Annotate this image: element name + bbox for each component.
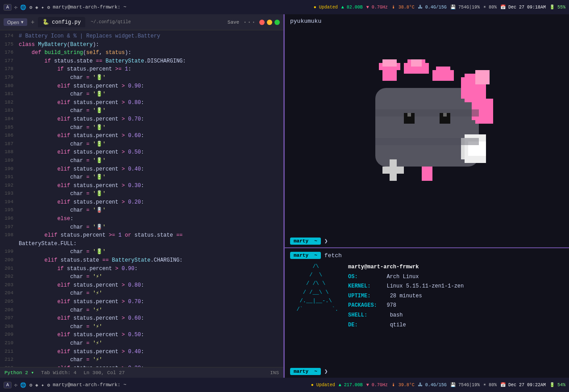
status-bright: ☀ 80%	[483, 4, 497, 10]
status-datetime: 📅 Dec 27 09:18AM	[500, 4, 546, 10]
editor-status-bar: Python 2 ▾ Tab Width: 4 Ln 300, Col 27 I…	[0, 367, 283, 378]
open-dropdown-icon: ▾	[21, 19, 24, 25]
terminal-bottom-prompt: marty ~ fetch	[285, 248, 569, 261]
svg-rect-25	[443, 113, 447, 117]
terminal-top-prompt: marty ~ ❯	[285, 235, 569, 247]
editor-code-area[interactable]: 174 # Battery Icon & % | Replaces widget…	[0, 30, 283, 367]
fetch-kernel-row: KERNEL: Linux 5.15.11-zen1-1-zen	[348, 282, 464, 292]
fetch-hostname-row: marty@mart-arch-frmwrk	[348, 263, 464, 272]
table-row: 186 elif status.percent > 0.60:	[0, 132, 283, 140]
bottom-status-mem: 🖧 0.4G/15G	[418, 382, 447, 388]
table-row: 204 char = '⚡'	[0, 289, 283, 298]
fetch-output: /\ / \ / /\ \ / /__\ \ /.__|__-.\ /` `. …	[285, 261, 569, 332]
status-tab-width: Tab Width: 4	[41, 370, 76, 375]
table-row: 184 elif status.percent > 0.70:	[0, 115, 283, 124]
top-bar-left: A ☩ 🌐 ⚙ ◈ ✦ ⚙ marty@mart-arch-frmwrk: ~	[4, 4, 126, 11]
tab-icon: 🐍	[42, 19, 49, 25]
pyukumuku-sprite	[347, 59, 507, 202]
terminal-bottom: marty ~ fetch /\ / \ / /\ \ / /__\ \ /._…	[285, 248, 569, 378]
main-content: Open ▾ + 🐍 config.py ~/.config/qtile Sav…	[0, 14, 569, 378]
top-bar-icons: ☩ 🌐 ⚙ ◈ ✦ ⚙	[14, 4, 50, 10]
table-row: 188 elif status.percent > 0.50:	[0, 148, 283, 157]
table-row: 194 elif status.percent > 0.20:	[0, 198, 283, 207]
bottom-status-datetime: 📅 Dec 27 09:22AM	[500, 382, 546, 388]
table-row: 176 def build_string(self, status):	[0, 49, 283, 57]
table-row: 187 char = '🔋'	[0, 140, 283, 149]
bottom-status-updated: ● Updated	[311, 383, 335, 388]
table-row: 180 elif status.percent > 0.90:	[0, 82, 283, 91]
table-row: 203 elif status.percent > 0.80:	[0, 281, 283, 290]
fetch-packages-row: PACKAGES: 978	[348, 301, 464, 311]
prompt-user-badge-top: marty ~	[290, 238, 321, 245]
terminal-final-prompt: marty ~ ❯	[285, 365, 569, 378]
table-row: 177 if status.state == BatteryState.DISC…	[0, 57, 283, 66]
fetch-command: fetch	[324, 252, 342, 259]
svg-rect-3	[382, 59, 397, 67]
table-row: 178 if status.percent >= 1:	[0, 65, 283, 74]
table-row: 209 elif status.percent > 0.50:	[0, 331, 283, 339]
status-net-down: ▼ 0.7GHz	[366, 5, 388, 10]
arch-linux-art: /\ / \ / /\ \ / /__\ \ /.__|__-.\ /` `.	[290, 263, 339, 330]
svg-rect-6	[411, 59, 422, 67]
top-bar-right: ● Updated ▲ 82.00B ▼ 0.7GHz 🌡 38.8°C 🖧 0…	[314, 4, 565, 10]
tab-label: config.py	[52, 19, 81, 25]
status-mem: 🖧 0.4G/15G	[418, 4, 447, 10]
table-row: 193 char = '🔋'	[0, 190, 283, 198]
table-row: 197 char = '🪫'	[0, 223, 283, 232]
table-row: 179 char = '🔋'	[0, 74, 283, 82]
table-row: 191 char = '🔋'	[0, 173, 283, 182]
table-row: 205 elif status.percent > 0.70:	[0, 298, 283, 306]
prompt-cursor-final: ❯	[324, 368, 328, 375]
table-row: 189 char = '🔋'	[0, 157, 283, 165]
bottom-bar-icons: ☩ 🌐 ⚙ ◈ ✦ ⚙	[14, 382, 50, 388]
editor-breadcrumb: ~/.config/qtile	[89, 20, 133, 25]
editor-toolbar: Save ···	[228, 18, 280, 26]
status-net-up: ▲ 82.00B	[341, 5, 363, 10]
table-row: BatteryState.FULL:	[0, 240, 283, 248]
pyukumuku-display	[285, 26, 569, 235]
editor-panel: Open ▾ + 🐍 config.py ~/.config/qtile Sav…	[0, 14, 283, 378]
bottom-status-temp: 🌡 39.8°C	[391, 382, 415, 388]
status-updated: ● Updated	[314, 5, 338, 10]
right-panel: pyukumuku	[285, 14, 569, 378]
svg-rect-19	[422, 167, 432, 181]
bottom-status-bright: ☀ 80%	[483, 382, 497, 388]
minimize-window-button[interactable]	[267, 20, 272, 25]
status-position: Ln 300, Col 27	[83, 370, 125, 375]
table-row: 190 elif status.percent > 0.40:	[0, 165, 283, 174]
svg-rect-24	[407, 113, 411, 117]
close-window-button[interactable]	[259, 20, 265, 25]
table-row: 211 elif status.percent > 0.40:	[0, 348, 283, 356]
table-row: 202 char = '⚡'	[0, 273, 283, 281]
table-row: 192 elif status.percent > 0.30:	[0, 182, 283, 190]
open-label: Open	[7, 20, 19, 25]
bottom-bar-left: A ☩ 🌐 ⚙ ◈ ✦ ⚙ marty@mart-arch-frmwrk: ~	[4, 382, 126, 388]
bottom-bar-right: ● Updated ▲ 217.00B ▼ 0.7GHz 🌡 39.8°C 🖧 …	[311, 382, 565, 388]
svg-rect-11	[475, 70, 490, 84]
terminal-top-title: pyukumuku	[285, 14, 569, 26]
bottom-status-battery: 🔋 54%	[549, 382, 565, 388]
editor-tab-config[interactable]: 🐍 config.py	[38, 17, 85, 27]
open-button[interactable]: Open ▾	[4, 18, 27, 26]
more-button[interactable]: ···	[243, 18, 256, 26]
status-disk: 💾 754G|19%	[450, 4, 480, 10]
new-tab-button[interactable]: +	[31, 19, 34, 26]
table-row: 183 char = '🔋'	[0, 107, 283, 115]
top-bar-hostname: marty@mart-arch-frmwrk: ~	[53, 4, 126, 10]
maximize-window-button[interactable]	[274, 20, 280, 25]
prompt-user-badge-bottom: marty ~	[290, 252, 321, 259]
table-row: 175 class MyBattery(Battery):	[0, 41, 283, 49]
svg-rect-20	[375, 109, 479, 117]
fetch-de-row: DE: qtile	[348, 321, 464, 330]
bottom-status-disk: 💾 754G|19%	[450, 382, 480, 388]
bottom-bar-hostname: marty@mart-arch-frmwrk: ~	[53, 382, 126, 388]
status-temp: 🌡 38.8°C	[391, 4, 415, 10]
fetch-info-table: marty@mart-arch-frmwrk OS: Arch Linux KE…	[348, 263, 464, 330]
table-row: 174 # Battery Icon & % | Replaces widget…	[0, 32, 283, 41]
wm-badge: A	[4, 4, 12, 11]
table-row: 182 elif status.percent > 0.80:	[0, 99, 283, 107]
table-row: 212 char = '⚡'	[0, 356, 283, 364]
prompt-user-badge-final: marty ~	[290, 368, 321, 375]
table-row: 201 if status.percent > 0.90:	[0, 265, 283, 273]
save-button[interactable]: Save	[228, 20, 239, 25]
